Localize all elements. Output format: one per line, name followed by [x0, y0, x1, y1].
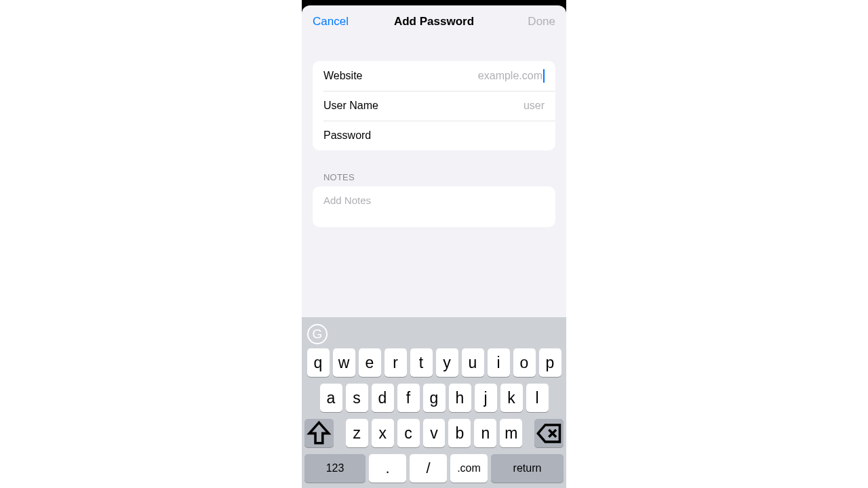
return-key[interactable]: return: [491, 454, 564, 483]
key-g[interactable]: g: [423, 384, 446, 412]
key-j[interactable]: j: [475, 384, 497, 412]
done-button: Done: [508, 15, 555, 28]
text-cursor-icon: [543, 69, 545, 83]
key-u[interactable]: u: [462, 348, 484, 377]
dotcom-key[interactable]: .com: [450, 454, 488, 483]
add-password-sheet: Cancel Add Password Done Website example…: [302, 5, 566, 488]
device-frame: Cancel Add Password Done Website example…: [302, 0, 566, 488]
key-i[interactable]: i: [488, 348, 510, 377]
notes-header: NOTES: [323, 172, 555, 182]
cancel-button[interactable]: Cancel: [313, 15, 360, 28]
website-placeholder: example.com: [478, 70, 542, 82]
key-v[interactable]: v: [423, 419, 446, 447]
key-n[interactable]: n: [474, 419, 496, 447]
keyboard-row-2: a s d f g h j k l: [304, 384, 564, 412]
username-input[interactable]: [378, 100, 545, 112]
key-a[interactable]: a: [320, 384, 342, 412]
key-s[interactable]: s: [346, 384, 368, 412]
username-label: User Name: [323, 100, 378, 112]
key-y[interactable]: y: [436, 348, 458, 377]
key-l[interactable]: l: [526, 384, 549, 412]
nav-bar: Cancel Add Password Done: [302, 5, 566, 37]
notes-placeholder: Add Notes: [323, 195, 371, 206]
key-q[interactable]: q: [307, 348, 330, 377]
backspace-icon: [534, 419, 564, 448]
page-title: Add Password: [394, 15, 474, 28]
key-w[interactable]: w: [333, 348, 355, 377]
key-x[interactable]: x: [372, 419, 394, 447]
key-o[interactable]: o: [513, 348, 536, 377]
grammarly-icon[interactable]: G: [307, 324, 328, 344]
password-row[interactable]: Password: [313, 121, 555, 150]
slash-key[interactable]: /: [410, 454, 447, 483]
shift-up-icon: [304, 419, 334, 448]
credentials-group: Website example.com User Name Password: [313, 61, 555, 150]
numeric-key[interactable]: 123: [304, 454, 366, 483]
key-r[interactable]: r: [384, 348, 407, 377]
virtual-keyboard: G q w e r t y u i o p a s d f g h j: [302, 317, 566, 488]
device-notch-bar: [302, 0, 566, 5]
key-t[interactable]: t: [410, 348, 433, 377]
key-f[interactable]: f: [397, 384, 420, 412]
key-p[interactable]: p: [539, 348, 561, 377]
key-m[interactable]: m: [500, 419, 522, 447]
keyboard-row-bottom: 123 . / .com return: [304, 454, 564, 483]
website-input[interactable]: example.com: [363, 69, 545, 83]
website-row[interactable]: Website example.com: [313, 61, 555, 91]
password-label: Password: [323, 129, 371, 142]
website-label: Website: [323, 70, 363, 82]
key-b[interactable]: b: [448, 419, 471, 447]
notes-field[interactable]: Add Notes: [313, 186, 555, 227]
username-row[interactable]: User Name: [313, 91, 555, 121]
shift-key[interactable]: [304, 419, 334, 447]
keyboard-row-3: z x c v b n m: [304, 419, 564, 447]
key-e[interactable]: e: [359, 348, 381, 377]
keyboard-row-1: q w e r t y u i o p: [304, 348, 564, 377]
password-input[interactable]: [371, 129, 545, 142]
dot-key[interactable]: .: [369, 454, 406, 483]
key-h[interactable]: h: [449, 384, 471, 412]
key-z[interactable]: z: [346, 419, 368, 447]
backspace-key[interactable]: [534, 419, 564, 447]
key-d[interactable]: d: [372, 384, 394, 412]
form-content: Website example.com User Name Password N…: [302, 37, 566, 317]
key-c[interactable]: c: [397, 419, 420, 447]
key-k[interactable]: k: [500, 384, 523, 412]
